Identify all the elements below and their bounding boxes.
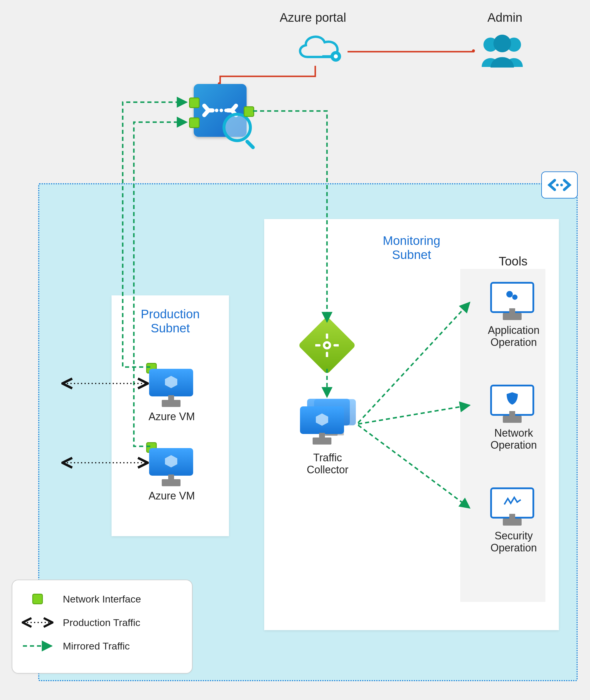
nic-square-icon [32, 594, 43, 604]
production-subnet-title: Production Subnet [111, 295, 229, 335]
svg-point-9 [224, 109, 228, 112]
tool-network-label: Network Operation [470, 427, 558, 451]
svg-point-5 [493, 35, 511, 52]
admin-users-icon [477, 32, 527, 68]
mirrored-traffic-glyph [20, 640, 55, 652]
tool-security-label: Security Operation [470, 530, 558, 554]
tools-title: Tools [475, 254, 551, 268]
azure-vm-label-2: Azure VM [135, 490, 208, 502]
svg-point-21 [506, 291, 513, 297]
legend-prod-label: Production Traffic [63, 617, 140, 628]
admin-label: Admin [476, 11, 534, 25]
tool-security-icon [490, 488, 534, 526]
legend-panel: Network Interface Production Traffic [12, 580, 193, 674]
tool-application-label: Application Operation [470, 324, 558, 349]
svg-point-15 [325, 344, 329, 347]
svg-point-10 [556, 184, 559, 186]
azure-vm-icon [149, 369, 193, 407]
network-tap-icon [194, 84, 247, 137]
load-balancer-icon [306, 325, 348, 366]
svg-marker-12 [165, 376, 177, 388]
svg-point-1 [334, 54, 338, 59]
connector-dot [472, 49, 475, 52]
svg-point-7 [215, 109, 218, 112]
svg-marker-13 [165, 455, 177, 467]
production-traffic-glyph [20, 617, 55, 628]
svg-point-8 [219, 109, 223, 112]
vnet-angle-icon [541, 171, 578, 198]
nic-square-icon [189, 97, 200, 108]
azure-vm-label-1: Azure VM [135, 411, 208, 423]
legend-nic-row: Network Interface [20, 587, 184, 611]
azure-vm-icon [149, 448, 193, 486]
magnifier-icon [222, 113, 252, 142]
tool-application-icon [490, 282, 534, 320]
architecture-diagram: Azure portal Admin [0, 0, 590, 700]
traffic-collector-label: Traffic Collector [284, 452, 372, 476]
legend-mirror-label: Mirrored Traffic [63, 640, 130, 652]
nic-square-icon [189, 117, 200, 128]
legend-nic-label: Network Interface [63, 593, 141, 605]
legend-prod-row: Production Traffic [20, 611, 184, 634]
tool-network-icon [490, 385, 534, 423]
legend-mirror-row: Mirrored Traffic [20, 634, 184, 658]
traffic-collector-icon [300, 398, 359, 448]
azure-cloud-icon [293, 30, 346, 66]
azure-portal-label: Azure portal [269, 11, 357, 25]
svg-point-22 [512, 294, 517, 300]
nic-square-icon [243, 106, 254, 117]
svg-marker-20 [316, 414, 328, 426]
svg-point-11 [560, 184, 563, 186]
